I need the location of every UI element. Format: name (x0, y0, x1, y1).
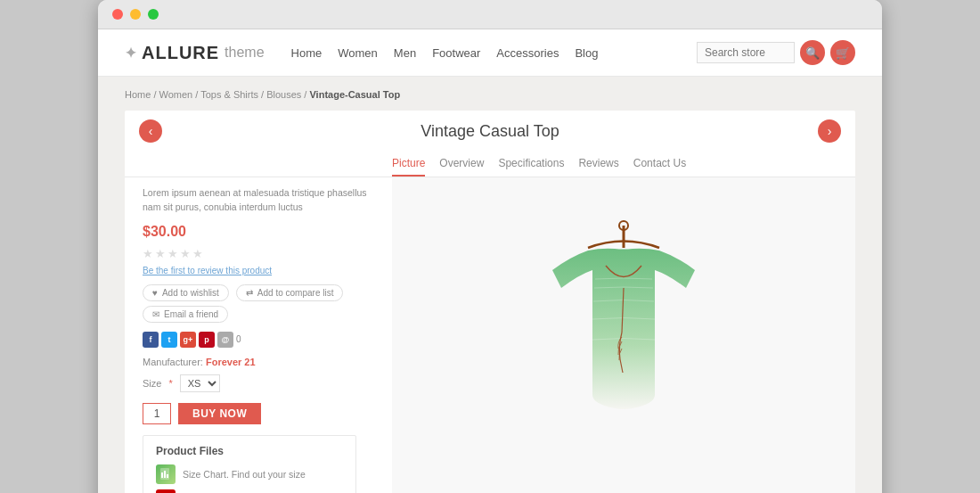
product-description: Lorem ipsum aenean at malesuada tristiqu… (143, 186, 374, 215)
facebook-icon[interactable]: f (143, 332, 159, 348)
pinterest-icon[interactable]: p (199, 332, 215, 348)
nav-women[interactable]: Women (338, 46, 378, 60)
browser-chrome (98, 0, 882, 29)
buy-area: BUY NOW (143, 403, 374, 424)
nav-home[interactable]: Home (291, 46, 323, 60)
product-body: Lorem ipsum aenean at malesuada tristiqu… (125, 177, 855, 493)
close-icon[interactable] (112, 9, 123, 20)
product-right (392, 177, 855, 493)
star-5: ★ (192, 247, 203, 260)
action-btn-row-1: ♥ Add to wishlist ⇄ Add to compare list (143, 284, 374, 301)
next-product-button[interactable]: › (818, 119, 841, 143)
chart-icon (156, 464, 176, 484)
twitter-icon[interactable]: t (161, 332, 177, 348)
social-count: 0 (236, 334, 241, 344)
email-friend-button[interactable]: ✉ Email a friend (143, 306, 228, 323)
search-button[interactable]: 🔍 (800, 40, 825, 65)
manufacturer-link[interactable]: Forever 21 (206, 357, 256, 367)
breadcrumb-tops[interactable]: Tops & Shirts / Blouses (200, 89, 301, 100)
main-nav: Home Women Men Footwear Accessories Blog (291, 46, 670, 60)
product-image-area (392, 177, 855, 493)
nav-blog[interactable]: Blog (575, 46, 598, 60)
tab-picture[interactable]: Picture (392, 152, 425, 177)
product-tabs-row: Picture Overview Specifications Reviews … (125, 152, 855, 177)
logo: ✦ ALLURE theme (125, 43, 265, 63)
search-input[interactable] (697, 42, 795, 63)
cart-button[interactable]: 🛒 (830, 40, 855, 65)
tab-reviews[interactable]: Reviews (578, 152, 618, 177)
svg-rect-3 (167, 474, 168, 478)
star-4: ★ (180, 247, 191, 260)
svg-rect-2 (164, 471, 166, 478)
product-files-title: Product Files (156, 445, 343, 457)
prev-product-button[interactable]: ‹ (139, 119, 162, 143)
breadcrumb-women[interactable]: Women (159, 89, 193, 100)
size-selector: Size * XS S M L XL (143, 374, 374, 392)
action-buttons: ♥ Add to wishlist ⇄ Add to compare list … (143, 284, 374, 323)
youtube-icon (156, 489, 176, 494)
quantity-input[interactable] (143, 403, 171, 424)
breadcrumb-home[interactable]: Home (125, 89, 151, 100)
product-top: ‹ Vintage Casual Top › (125, 111, 855, 152)
search-area: 🔍 🛒 (697, 40, 855, 65)
wishlist-icon: ♥ (152, 288, 158, 298)
maximize-icon[interactable] (148, 9, 159, 20)
file-item-chart[interactable]: Size Chart. Find out your size (156, 464, 343, 484)
tab-contact[interactable]: Contact Us (633, 152, 686, 177)
file-chart-text: Size Chart. Find out your size (183, 469, 306, 480)
email-icon: ✉ (152, 309, 159, 319)
size-label: Size (143, 378, 161, 389)
product-image (526, 217, 722, 493)
compare-button[interactable]: ⇄ Add to compare list (236, 284, 344, 301)
nav-footwear[interactable]: Footwear (432, 46, 480, 60)
compare-label: Add to compare list (257, 288, 334, 298)
wishlist-button[interactable]: ♥ Add to wishlist (143, 284, 229, 301)
social-icons: f t g+ p @ 0 (143, 332, 374, 348)
logo-allure: ALLURE (142, 43, 219, 63)
star-3: ★ (167, 247, 178, 260)
breadcrumb: Home / Women / Tops & Shirts / Blouses /… (125, 89, 855, 100)
manufacturer: Manufacturer: Forever 21 (143, 357, 374, 367)
size-required: * (168, 378, 172, 389)
manufacturer-label: Manufacturer: (143, 357, 203, 367)
compare-icon: ⇄ (246, 288, 253, 298)
buy-now-button[interactable]: BUY NOW (178, 403, 261, 424)
svg-rect-1 (161, 472, 163, 478)
logo-theme: theme (225, 45, 264, 61)
star-2: ★ (155, 247, 166, 260)
breadcrumb-current: Vintage-Casual Top (309, 89, 400, 100)
logo-icon: ✦ (125, 45, 136, 62)
review-link[interactable]: Be the first to review this product (143, 266, 374, 275)
google-icon[interactable]: g+ (180, 332, 196, 348)
product-title: Vintage Casual Top (162, 122, 818, 141)
file-item-video[interactable]: Video: Find out how it will look on you (156, 489, 343, 494)
wishlist-label: Add to wishlist (162, 288, 219, 298)
nav-men[interactable]: Men (394, 46, 416, 60)
site-header: ✦ ALLURE theme Home Women Men Footwear A… (98, 29, 882, 77)
social-email-icon[interactable]: @ (217, 332, 233, 348)
minimize-icon[interactable] (130, 9, 141, 20)
tab-overview[interactable]: Overview (439, 152, 484, 177)
product-left: Lorem ipsum aenean at malesuada tristiqu… (125, 177, 392, 493)
tab-specifications[interactable]: Specifications (498, 152, 564, 177)
product-files-box: Product Files Size Chart. Find ou (143, 435, 356, 494)
star-rating: ★ ★ ★ ★ ★ (143, 247, 374, 260)
product-container: ‹ Vintage Casual Top › Picture Overview … (125, 111, 855, 493)
size-select[interactable]: XS S M L XL (180, 374, 220, 392)
star-1: ★ (143, 247, 153, 260)
product-price: $30.00 (143, 224, 374, 240)
content-area: Home / Women / Tops & Shirts / Blouses /… (98, 77, 882, 493)
nav-accessories[interactable]: Accessories (496, 46, 559, 60)
browser-window: ✦ ALLURE theme Home Women Men Footwear A… (98, 0, 882, 493)
email-label: Email a friend (164, 309, 218, 319)
